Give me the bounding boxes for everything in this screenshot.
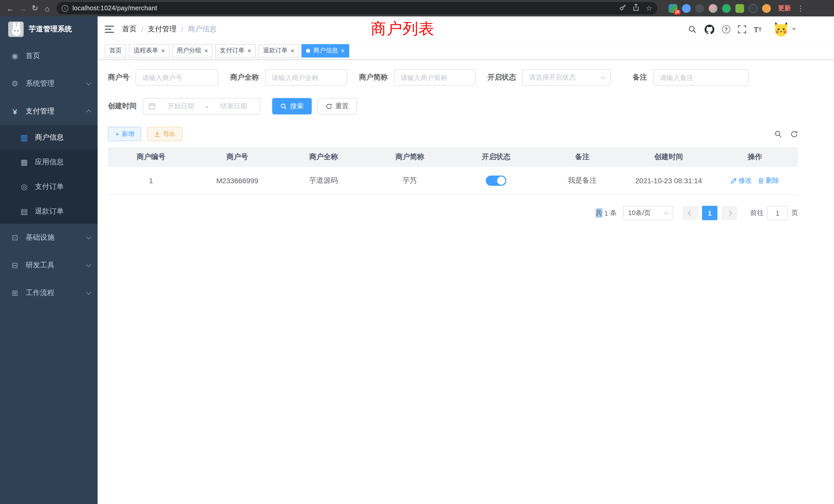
delete-link[interactable]: 删除 (758, 176, 779, 185)
close-icon[interactable]: × (247, 47, 251, 54)
export-button[interactable]: 导出 (147, 127, 182, 141)
home-icon[interactable]: ⌂ (41, 2, 53, 14)
github-icon[interactable] (704, 24, 714, 34)
forward-icon[interactable]: → (17, 2, 29, 14)
calendar-icon (148, 102, 156, 110)
chevron-down-icon (664, 210, 669, 215)
sidebar-item-payment[interactable]: ¥ 支付管理 (0, 97, 97, 125)
breadcrumb-current: 商户信息 (188, 25, 217, 34)
breadcrumb-home[interactable]: 首页 (122, 25, 137, 34)
tab-refund-order[interactable]: 退款订单 × (258, 44, 299, 57)
sidebar: 芋道管理系统 ◉ 首页 ⚙ 系统管理 ¥ 支付管理 ▥ 商户信息 ▦ 应用信息 (0, 17, 97, 504)
url-bar[interactable]: i localhost:1024/pay/merchant ☆ (57, 2, 657, 14)
chevron-left-icon (688, 210, 693, 215)
cell-create-time: 2021-10-23 08:31:14 (626, 177, 712, 185)
total-count: 共 1 条 (596, 208, 617, 217)
chevron-down-icon (86, 262, 91, 267)
extension-icon-5[interactable] (722, 4, 731, 13)
sidebar-item-label: 工作流程 (26, 289, 87, 298)
close-icon[interactable]: × (291, 47, 294, 54)
sidebar-toggle-icon[interactable] (105, 26, 114, 33)
bookmark-star-icon[interactable]: ☆ (646, 4, 652, 12)
extension-icon-8[interactable] (762, 4, 771, 13)
font-size-icon[interactable]: TT (754, 25, 762, 33)
extension-icon-7[interactable] (749, 4, 758, 13)
full-name-input[interactable] (265, 69, 347, 86)
sidebar-item-refund-order[interactable]: ▤ 退款订单 (0, 199, 97, 224)
app-logo[interactable]: 芋道管理系统 (0, 17, 97, 42)
breadcrumb-payment[interactable]: 支付管理 (148, 25, 177, 34)
extension-icon-2[interactable] (682, 4, 691, 13)
edit-label: 修改 (739, 176, 752, 185)
cell-short-name: 芋艿 (367, 176, 453, 185)
password-key-icon[interactable] (620, 4, 627, 13)
extension-icon-4[interactable] (709, 4, 718, 13)
short-name-input[interactable] (394, 69, 476, 86)
next-page-button[interactable] (722, 206, 737, 220)
status-toggle[interactable] (486, 176, 506, 186)
sidebar-item-app-info[interactable]: ▦ 应用信息 (0, 150, 97, 175)
sidebar-item-label: 商户信息 (35, 133, 90, 142)
column-header: 开启状态 (453, 153, 539, 162)
filter-full-name: 商户全称 (230, 69, 347, 86)
add-button[interactable]: + 新增 (108, 127, 141, 141)
sidebar-item-workflow[interactable]: ⊞ 工作流程 (0, 279, 97, 307)
toggle-search-icon[interactable] (774, 130, 782, 138)
sidebar-item-merchant-info[interactable]: ▥ 商户信息 (0, 125, 97, 150)
user-avatar-menu[interactable] (773, 22, 796, 37)
help-icon[interactable]: ? (722, 25, 730, 33)
column-header: 操作 (712, 153, 798, 162)
close-icon[interactable]: × (161, 47, 165, 54)
sidebar-item-dev-tools[interactable]: ⊟ 研发工具 (0, 251, 97, 279)
sidebar-item-pay-order[interactable]: ◎ 支付订单 (0, 175, 97, 199)
sidebar-item-infrastructure[interactable]: ⊡ 基础设施 (0, 224, 97, 251)
tab-process-form[interactable]: 流程表单 × (129, 44, 170, 57)
sidebar-item-system[interactable]: ⚙ 系统管理 (0, 70, 97, 97)
back-icon[interactable]: ← (4, 2, 17, 14)
close-icon[interactable]: × (341, 47, 345, 54)
tab-user-group[interactable]: 用户分组 × (172, 44, 213, 57)
active-tab-dot (306, 48, 310, 53)
search-icon[interactable] (688, 25, 697, 33)
page-number-button[interactable]: 1 (702, 206, 718, 220)
remark-input[interactable] (653, 69, 749, 86)
page-size-select[interactable]: 10条/页 (623, 206, 673, 220)
sidebar-item-home[interactable]: ◉ 首页 (0, 42, 97, 70)
payment-submenu: ▥ 商户信息 ▦ 应用信息 ◎ 支付订单 ▤ 退款订单 (0, 125, 97, 224)
sidebar-item-label: 首页 (26, 51, 90, 61)
reset-button[interactable]: 重置 (317, 98, 357, 114)
prev-page-button[interactable] (682, 206, 698, 220)
close-icon[interactable]: × (204, 47, 208, 54)
tab-pay-order[interactable]: 支付订单 × (215, 44, 256, 57)
breadcrumb-separator: / (181, 25, 183, 33)
browser-menu-icon[interactable]: ⋮ (797, 4, 804, 12)
extension-icon-3[interactable] (695, 4, 704, 13)
tab-home[interactable]: 首页 (105, 44, 126, 57)
tab-merchant-info[interactable]: 商户信息 × (302, 44, 349, 57)
merchant-no-input[interactable] (136, 69, 218, 86)
grid-icon: ▦ (19, 158, 30, 167)
share-icon[interactable] (633, 4, 640, 13)
total-suffix: 条 (610, 208, 617, 217)
fullscreen-icon[interactable] (738, 25, 746, 33)
reload-icon[interactable]: ↻ (29, 2, 41, 14)
extension-icon-6[interactable] (736, 4, 744, 13)
extension-icon-1[interactable]: 10 (668, 4, 677, 13)
create-time-range-picker[interactable]: 开始日期 - 结束日期 (143, 98, 260, 114)
search-button[interactable]: 搜索 (272, 98, 312, 114)
refresh-table-icon[interactable] (790, 130, 798, 138)
edit-link[interactable]: 修改 (731, 176, 752, 185)
sidebar-item-label: 应用信息 (35, 158, 90, 167)
date-end-placeholder: 结束日期 (212, 101, 255, 111)
filter-label: 商户简称 (359, 73, 388, 82)
site-info-icon[interactable]: i (62, 5, 68, 12)
column-header: 备注 (539, 153, 626, 162)
annotation-merchant-list: 商户列表 (371, 19, 435, 40)
goto-page-input[interactable] (767, 206, 788, 220)
app-title: 芋道管理系统 (29, 25, 72, 34)
filter-short-name: 商户简称 (359, 69, 476, 86)
status-select[interactable]: 请选择开启状态 (522, 69, 611, 86)
goto-prefix: 前往 (750, 208, 764, 217)
browser-update-button[interactable]: 更新 (778, 4, 791, 13)
cell-remark: 我是备注 (539, 176, 626, 185)
